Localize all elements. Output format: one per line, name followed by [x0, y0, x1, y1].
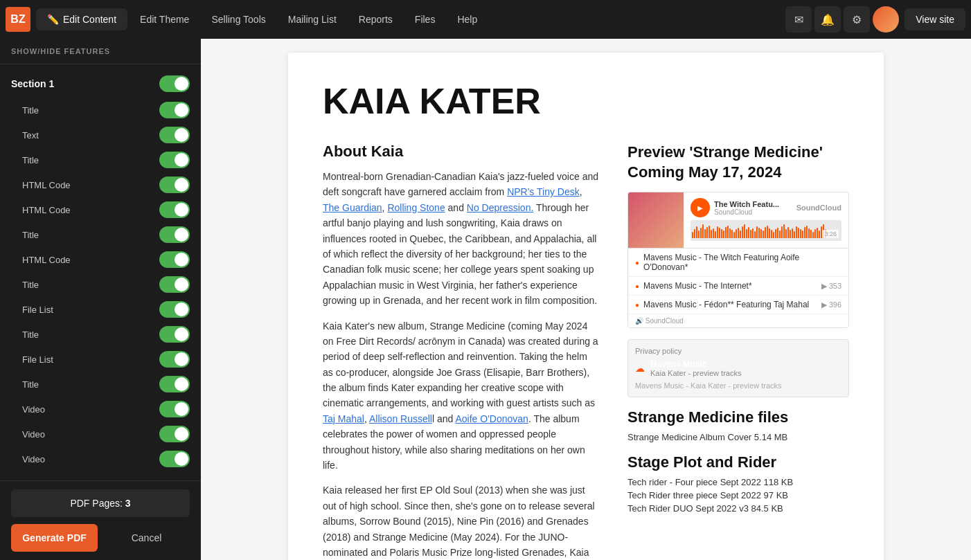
main-area: SHOW/HIDE FEATURES Section 1 Title Text …	[0, 39, 971, 560]
sc-embed2-track: Kaia Kater - preview tracks	[650, 369, 741, 377]
title-4-toggle[interactable]	[159, 276, 190, 293]
page-card: KAIA KATER About Kaia Montreal-born Gren…	[288, 53, 884, 560]
sc-embed2-footer: Mavens Music - Kaia Kater - preview trac…	[635, 381, 841, 390]
title-5-toggle[interactable]	[159, 326, 190, 343]
section-1-label: Section 1	[11, 78, 54, 89]
feature-html-3: HTML Code	[0, 247, 201, 272]
sc-brand-label: SoundCloud	[796, 204, 841, 212]
video-2-toggle[interactable]	[159, 426, 190, 442]
sc-plays-3: ▶ 396	[821, 300, 841, 309]
about-text-2: Kaia Kater's new album, Strange Medicine…	[323, 318, 600, 473]
feature-title-3: Title	[0, 222, 201, 247]
stage-file-2: Tech Rider three piece Sept 2022 97 KB	[627, 490, 849, 500]
sc-soundcloud-label: 🔊 SoundCloud	[628, 314, 848, 327]
soundcloud-embed-2: Privacy policy ☁ Mavens Music Kaia Kater…	[627, 339, 849, 397]
edit-content-button[interactable]: ✏️ Edit Content	[36, 8, 127, 30]
video-3-toggle[interactable]	[159, 451, 190, 467]
sidebar-header: SHOW/HIDE FEATURES	[0, 39, 201, 64]
sc-info: ▶ The Witch Featu... SoundCloud SoundClo…	[684, 192, 848, 248]
sidebar-scroll: Section 1 Title Text Title HTML Code	[0, 64, 201, 480]
feature-title-2: Title	[0, 147, 201, 172]
title-6-toggle[interactable]	[159, 376, 190, 392]
rolling-stone-link[interactable]: Rolling Stone	[387, 202, 445, 213]
taj-mahal-link[interactable]: Taj Mahal	[323, 413, 364, 424]
html-2-toggle[interactable]	[159, 201, 190, 218]
cancel-button[interactable]: Cancel	[103, 524, 190, 552]
npr-link[interactable]: NPR's Tiny Desk	[507, 186, 580, 197]
sidebar: SHOW/HIDE FEATURES Section 1 Title Text …	[0, 39, 201, 560]
soundcloud-icon-3: ●	[635, 301, 639, 309]
two-column-layout: About Kaia Montreal-born Grenadian-Canad…	[323, 143, 849, 560]
soundcloud-icon-1: ●	[635, 259, 639, 267]
feature-title-4: Title	[0, 272, 201, 297]
pdf-pages-label: PDF Pages:	[70, 498, 122, 509]
feature-text-1: Text	[0, 123, 201, 147]
privacy-link[interactable]: Privacy policy	[635, 347, 841, 355]
sc-track-name-3: Mavens Music - Fédon** Featuring Taj Mah…	[643, 300, 817, 309]
files-button[interactable]: Files	[405, 8, 445, 30]
html-3-toggle[interactable]	[159, 251, 190, 268]
share-icon-button[interactable]: ⚙	[844, 6, 870, 33]
sc-track-name-2: Mavens Music - The Internet*	[643, 281, 817, 291]
section-1-toggle[interactable]	[159, 75, 190, 92]
section-1-row[interactable]: Section 1	[0, 70, 201, 98]
text-1-toggle[interactable]	[159, 127, 190, 143]
allison-russell-link[interactable]: Allison Russell	[369, 413, 432, 424]
sc-track-info: The Witch Featu... SoundCloud	[714, 200, 779, 216]
stage-file-1: Tech rider - Four piece Sept 2022 118 KB	[627, 477, 849, 487]
feature-filelist-2: File List	[0, 347, 201, 372]
sc-top: ▶ The Witch Featu... SoundCloud SoundClo…	[691, 198, 841, 217]
html-1-toggle[interactable]	[159, 177, 190, 193]
sidebar-bottom: PDF Pages: 3 Generate PDF Cancel	[0, 480, 201, 560]
sc-track-row-2[interactable]: ● Mavens Music - The Internet* ▶ 353	[628, 277, 848, 296]
feature-video-2: Video	[0, 422, 201, 446]
reports-button[interactable]: Reports	[349, 8, 402, 30]
sc-track-name: The Witch Featu...	[714, 200, 779, 208]
filelist-1-toggle[interactable]	[159, 301, 190, 318]
sc-track-row-1[interactable]: ● Mavens Music - The Witch Featuring Aoi…	[628, 249, 848, 277]
about-text-1: Montreal-born Grenadian-Canadian Kaia's …	[323, 169, 600, 309]
guardian-link[interactable]: The Guardian	[323, 202, 382, 213]
feature-title-5: Title	[0, 322, 201, 347]
mailing-list-button[interactable]: Mailing List	[278, 8, 346, 30]
soundcloud-embed-icon: ☁	[635, 363, 645, 374]
sc-thumbnail	[628, 192, 684, 248]
about-text-3: Kaia released her first EP Old Soul (201…	[323, 482, 600, 560]
feature-video-3: Video	[0, 446, 201, 471]
sc-play-button[interactable]: ▶	[691, 198, 710, 217]
sc-waveform-bars	[691, 220, 841, 241]
pdf-pages-box: PDF Pages: 3	[11, 489, 190, 517]
generate-pdf-button[interactable]: Generate PDF	[11, 524, 98, 552]
pdf-pages-count: 3	[125, 498, 131, 509]
feature-html-2: HTML Code	[0, 197, 201, 222]
about-title: About Kaia	[323, 143, 600, 161]
view-site-button[interactable]: View site	[905, 8, 965, 30]
filelist-2-toggle[interactable]	[159, 351, 190, 368]
brand-logo: BZ	[6, 7, 30, 32]
soundcloud-widget-1: ▶ The Witch Featu... SoundCloud SoundClo…	[627, 192, 849, 328]
selling-tools-button[interactable]: Selling Tools	[202, 8, 275, 30]
title-1-toggle[interactable]	[159, 102, 190, 118]
title-3-toggle[interactable]	[159, 226, 190, 243]
left-column: About Kaia Montreal-born Grenadian-Canad…	[323, 143, 600, 560]
right-column: Preview 'Strange Medicine' Coming May 17…	[627, 143, 849, 560]
bottom-actions: Generate PDF Cancel	[11, 524, 190, 552]
title-2-toggle[interactable]	[159, 152, 190, 168]
bell-icon-button[interactable]: 🔔	[814, 6, 841, 33]
stage-title: Stage Plot and Rider	[627, 453, 849, 471]
user-avatar[interactable]	[873, 6, 899, 33]
aoife-link[interactable]: Aoife O'Donovan	[455, 413, 528, 424]
no-depression-link[interactable]: No Depression.	[467, 202, 534, 213]
pencil-icon: ✏️	[47, 14, 59, 25]
artist-name: KAIA KATER	[323, 80, 849, 122]
feature-html-1: HTML Code	[0, 172, 201, 197]
files-item: Strange Medicine Album Cover 5.14 MB	[627, 432, 849, 442]
edit-theme-button[interactable]: Edit Theme	[130, 8, 199, 30]
help-button[interactable]: Help	[447, 8, 487, 30]
sc-track-name-1: Mavens Music - The Witch Featuring Aoife…	[643, 253, 841, 272]
feature-video-1: Video	[0, 397, 201, 422]
sc-track-row-3[interactable]: ● Mavens Music - Fédon** Featuring Taj M…	[628, 296, 848, 314]
mail-icon-button[interactable]: ✉	[785, 6, 812, 33]
video-1-toggle[interactable]	[159, 401, 190, 417]
content-area: KAIA KATER About Kaia Montreal-born Gren…	[201, 39, 971, 560]
